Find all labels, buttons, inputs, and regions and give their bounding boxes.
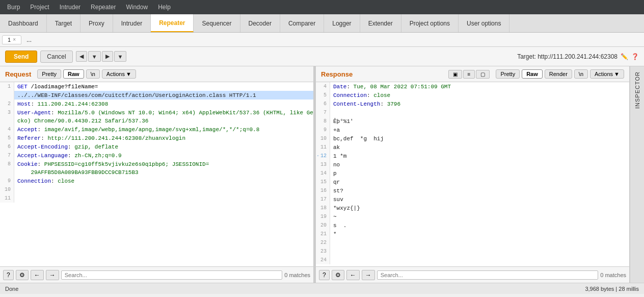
instance-tab-more[interactable]: ... [22, 35, 36, 44]
table-row: 6 Content-Length: 3796 [316, 100, 629, 108]
response-panel: Response ▣ ≡ ▢ Pretty Raw Render \n Acti… [316, 66, 630, 283]
menu-intruder[interactable]: Intruder [55, 2, 86, 13]
response-help-search-btn[interactable]: ? [319, 270, 330, 280]
response-panel-header: Response ▣ ≡ ▢ Pretty Raw Render \n Acti… [316, 66, 629, 82]
cancel-button[interactable]: Cancel [40, 51, 72, 63]
response-raw-btn[interactable]: Raw [522, 69, 543, 79]
status-text: Done [5, 286, 18, 292]
table-row: 5 Referer: http://111.200.241.244:62308/… [0, 134, 313, 142]
tab-comparer[interactable]: Comparer [280, 14, 324, 32]
table-row: 11 [0, 194, 313, 203]
response-render-btn[interactable]: Render [545, 69, 572, 79]
table-row: 4 Date: Tue, 08 Mar 2022 07:51:09 GMT [316, 82, 629, 91]
status-bar: Done 3,968 bytes | 28 millis [0, 283, 644, 294]
table-row: 15 qr [316, 178, 629, 186]
nav-prev-dropdown[interactable]: ▼ [88, 51, 101, 62]
table-row: 24 [316, 256, 629, 264]
table-row: ../../WEB-INF/classes/com/cuitctf/action… [0, 91, 313, 100]
instance-tab-1[interactable]: 1 × [2, 35, 21, 44]
inspector-label: INSPECTOR [634, 66, 640, 114]
instance-bar: 1 × ... [0, 33, 644, 47]
nav-buttons: ◀ ▼ ▶ ▼ [76, 51, 127, 62]
nav-prev-button[interactable]: ◀ [76, 51, 87, 62]
response-panel-view-3[interactable]: ▢ [476, 70, 490, 79]
table-row: 4 Accept: image/avif,image/webp,image/ap… [0, 125, 313, 134]
send-button[interactable]: Send [5, 51, 37, 63]
tab-intruder[interactable]: Intruder [113, 14, 151, 32]
tab-repeater[interactable]: Repeater [151, 14, 194, 32]
status-info: 3,968 bytes | 28 millis [585, 286, 639, 292]
help-icon[interactable]: ❓ [631, 53, 639, 60]
table-row: 7 [316, 108, 629, 117]
toolbar: Send Cancel ◀ ▼ ▶ ▼ Target: http://111.2… [0, 47, 644, 66]
menu-window[interactable]: Window [121, 2, 153, 13]
response-search-input[interactable] [377, 270, 599, 280]
response-search-bar: ? ⚙ ← → 0 matches [316, 266, 629, 283]
response-pretty-btn[interactable]: Pretty [496, 69, 520, 79]
table-row: 2 Host: 111.200.241.244:62308 [0, 100, 313, 108]
request-actions-btn[interactable]: Actions ▼ [102, 69, 136, 79]
request-search-next-btn[interactable]: → [46, 270, 59, 280]
target-info: Target: http://111.200.241.244:62308 ✏️ … [517, 53, 639, 60]
table-row: 11 ak [316, 143, 629, 152]
view-toggle-group: ▣ ≡ ▢ [448, 70, 490, 79]
table-row: 8 Cookie: PHPSESSID=cg10ff5k5vjivku2e6s0… [0, 160, 313, 177]
tab-sequencer[interactable]: Sequencer [194, 14, 240, 32]
tab-target[interactable]: Target [47, 14, 81, 32]
request-title: Request [5, 70, 31, 78]
response-title: Response [321, 70, 353, 78]
table-row: 17 suv [316, 195, 629, 204]
tab-project-options[interactable]: Project options [401, 14, 459, 32]
main-content: Request Pretty Raw \n Actions ▼ 1 GET /l… [0, 66, 644, 283]
request-help-search-btn[interactable]: ? [3, 270, 14, 280]
table-row: ·12 1 *m [316, 152, 629, 160]
table-row: 21 * [316, 230, 629, 238]
request-code-area[interactable]: 1 GET /loadimage?fileName= ../../WEB-INF… [0, 82, 313, 266]
menu-bar: Burp Project Intruder Repeater Window He… [0, 0, 644, 14]
tab-logger[interactable]: Logger [324, 14, 360, 32]
table-row: 23 [316, 247, 629, 256]
table-row: 18 *wxyz{|} [316, 204, 629, 212]
table-row: 14 p [316, 169, 629, 178]
table-row: 10 [0, 185, 313, 194]
tab-decoder[interactable]: Decoder [240, 14, 280, 32]
tab-user-options[interactable]: User options [459, 14, 509, 32]
menu-repeater[interactable]: Repeater [86, 2, 121, 13]
nav-next-dropdown[interactable]: ▼ [114, 51, 127, 62]
menu-help[interactable]: Help [153, 2, 176, 13]
request-raw-btn[interactable]: Raw [63, 69, 84, 79]
response-actions-btn[interactable]: Actions ▼ [590, 69, 624, 79]
request-search-prev-btn[interactable]: ← [31, 270, 44, 280]
table-row: 9 Connection: close [0, 177, 313, 185]
menu-burp[interactable]: Burp [2, 2, 25, 13]
request-panel: Request Pretty Raw \n Actions ▼ 1 GET /l… [0, 66, 314, 283]
table-row: 7 Accept-Language: zh-CN,zh;q=0.9 [0, 151, 313, 160]
request-search-bar: ? ⚙ ← → 0 matches [0, 266, 313, 283]
response-settings-btn[interactable]: ⚙ [332, 270, 344, 280]
response-panel-view-2[interactable]: ≡ [463, 70, 475, 79]
table-row: 22 [316, 238, 629, 247]
request-pretty-btn[interactable]: Pretty [37, 69, 61, 79]
request-matches-count: 0 matches [284, 272, 310, 278]
table-row: 1 GET /loadimage?fileName= [0, 82, 313, 91]
response-search-prev-btn[interactable]: ← [346, 270, 360, 280]
response-code-area[interactable]: 4 Date: Tue, 08 Mar 2022 07:51:09 GMT 5 … [316, 82, 629, 266]
response-panel-view-1[interactable]: ▣ [448, 70, 462, 79]
request-ln-btn[interactable]: \n [86, 69, 100, 79]
response-search-next-btn[interactable]: → [362, 270, 375, 280]
close-icon[interactable]: × [13, 37, 16, 42]
nav-next-button[interactable]: ▶ [102, 51, 113, 62]
response-ln-btn[interactable]: \n [574, 69, 588, 79]
tab-proxy[interactable]: Proxy [81, 14, 113, 32]
tab-bar: Dashboard Target Proxy Intruder Repeater… [0, 14, 644, 33]
chevron-down-icon: ▼ [126, 71, 131, 77]
table-row: 20 s . [316, 221, 629, 230]
request-settings-btn[interactable]: ⚙ [16, 270, 29, 280]
tab-dashboard[interactable]: Dashboard [0, 14, 47, 32]
edit-target-icon[interactable]: ✏️ [621, 53, 628, 60]
request-search-input[interactable] [61, 270, 283, 280]
menu-project[interactable]: Project [25, 2, 54, 13]
tab-extender[interactable]: Extender [360, 14, 401, 32]
table-row: 8 Êþ°%1' [316, 117, 629, 126]
chevron-down-icon: ▼ [614, 71, 620, 77]
